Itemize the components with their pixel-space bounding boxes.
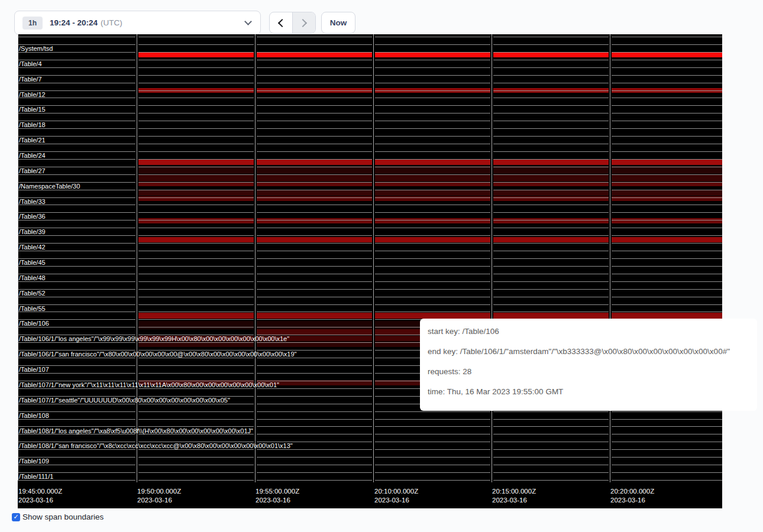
span-boundary-line — [18, 304, 722, 305]
span-boundary-line — [18, 190, 722, 190]
span-boundary-line — [18, 121, 722, 121]
row-label: /Table/108/1/"san francisco"/"\x8c\xcc\x… — [19, 442, 293, 450]
row-label: /Table/27 — [19, 167, 46, 175]
row-label: /Table/48 — [19, 274, 46, 282]
column-boundary-line — [490, 34, 493, 482]
x-axis-tick: 19:45:00.000Z2023-03-16 — [18, 487, 62, 505]
heat-band[interactable] — [137, 237, 722, 242]
span-boundary-line — [18, 60, 722, 60]
span-boundary-line — [18, 235, 722, 236]
span-boundary-line — [18, 220, 722, 220]
span-boundary-line — [18, 136, 722, 137]
time-range-select[interactable]: 1h 19:24 - 20:24 (UTC) — [14, 11, 261, 35]
heat-band[interactable] — [137, 190, 722, 196]
heat-band[interactable] — [137, 174, 722, 181]
axis-time: 20:10:00.000Z — [374, 487, 418, 496]
tooltip-line: requests: 28 — [428, 362, 757, 382]
span-boundaries-checkbox[interactable]: ✓ — [12, 513, 20, 521]
span-boundary-line — [18, 44, 722, 45]
span-boundary-line — [18, 411, 722, 412]
axis-date: 2023-03-16 — [492, 496, 536, 505]
span-boundary-line — [18, 90, 722, 91]
span-boundary-line — [18, 419, 722, 420]
axis-date: 2023-03-16 — [137, 496, 181, 505]
x-axis-tick: 20:20:00.000Z2023-03-16 — [610, 487, 654, 505]
row-label: /Table/55 — [19, 305, 46, 313]
row-label: /Table/108 — [19, 412, 49, 420]
span-boundary-line — [18, 159, 722, 160]
prev-time-button[interactable] — [270, 12, 292, 33]
row-label: /Table/18 — [19, 121, 46, 129]
column-boundary-line — [254, 34, 257, 482]
span-boundary-line — [18, 37, 722, 37]
column-boundary-line — [135, 34, 138, 482]
x-axis-tick: 20:10:00.000Z2023-03-16 — [374, 487, 418, 505]
span-boundary-line — [18, 205, 722, 205]
chevron-left-icon — [278, 18, 286, 27]
row-label: /Table/33 — [19, 198, 46, 206]
column-boundary-line — [609, 34, 612, 482]
span-boundary-line — [18, 281, 722, 282]
row-label: /Table/12 — [19, 91, 46, 99]
axis-time: 19:50:00.000Z — [137, 487, 181, 496]
checkbox-label: Show span boundaries — [22, 512, 104, 521]
column-boundary-line — [372, 34, 375, 482]
x-axis-tick: 19:50:00.000Z2023-03-16 — [137, 487, 181, 505]
span-boundary-line — [18, 297, 722, 297]
span-boundary-line — [18, 289, 722, 290]
span-boundary-line — [18, 182, 722, 183]
span-boundary-line — [18, 266, 722, 267]
row-label: /Table/45 — [19, 259, 46, 267]
x-axis: 19:45:00.000Z2023-03-1619:50:00.000Z2023… — [18, 487, 722, 507]
check-icon: ✓ — [13, 514, 18, 520]
span-boundary-line — [18, 312, 722, 312]
row-label: /Table/106/1/"los angeles"/"\x99\x99\x99… — [19, 335, 289, 343]
row-label: /Table/42 — [19, 244, 46, 251]
now-button[interactable]: Now — [321, 12, 355, 34]
tooltip-line: start key: /Table/106 — [428, 322, 757, 342]
row-label: /Table/36 — [19, 213, 46, 220]
time-nav-group — [269, 12, 316, 34]
tooltip-line: time: Thu, 16 Mar 2023 19:55:00 GMT — [428, 382, 757, 402]
span-boundary-line — [18, 144, 722, 144]
row-label: /System/tsd — [19, 45, 53, 53]
axis-date: 2023-03-16 — [610, 496, 654, 505]
span-boundary-line — [18, 480, 722, 481]
row-label: /Table/107/1/"seattle"/"UUUUUUD\x00\x80\… — [19, 397, 230, 404]
toolbar: 1h 19:24 - 20:24 (UTC) Now — [0, 0, 763, 34]
span-boundary-line — [18, 174, 722, 175]
span-boundary-line — [18, 98, 722, 98]
row-label: /Table/21 — [19, 137, 46, 144]
span-boundary-line — [18, 167, 722, 167]
span-boundary-line — [18, 75, 722, 76]
row-label: /Table/107/1/"new york"/"\x11\x11\x11\x1… — [19, 381, 279, 389]
next-time-button[interactable] — [292, 12, 315, 33]
row-label: /Table/106 — [19, 320, 49, 327]
span-boundary-line — [18, 128, 722, 129]
span-boundary-line — [18, 228, 722, 228]
chevron-down-icon — [244, 18, 252, 25]
axis-time: 19:55:00.000Z — [256, 487, 299, 496]
span-boundary-line — [18, 52, 722, 53]
row-label: /Table/24 — [19, 152, 46, 160]
axis-time: 20:20:00.000Z — [610, 487, 654, 496]
heat-band[interactable] — [137, 52, 722, 57]
heat-band[interactable] — [137, 160, 722, 165]
span-boundary-line — [18, 83, 722, 83]
span-boundary-line — [18, 243, 722, 244]
span-boundary-line — [18, 113, 722, 113]
span-boundary-line — [18, 472, 722, 473]
x-axis-tick: 20:15:00.000Z2023-03-16 — [492, 487, 536, 505]
row-label: /Table/111/1 — [19, 473, 53, 481]
heat-band[interactable] — [137, 313, 722, 319]
row-label: /Table/106/1/"san francisco"/"\x80\x00\x… — [19, 351, 297, 358]
row-label: /Table/109 — [19, 458, 49, 465]
span-boundary-line — [18, 457, 722, 458]
span-boundary-line — [18, 105, 722, 106]
axis-time: 19:45:00.000Z — [18, 487, 62, 496]
span-boundary-line — [18, 465, 722, 465]
axis-date: 2023-03-16 — [374, 496, 418, 505]
tooltip: start key: /Table/106end key: /Table/106… — [420, 319, 757, 411]
heatmap[interactable]: /System/tsd/Table/4/Table/7/Table/12/Tab… — [18, 34, 722, 508]
row-label: /Table/7 — [19, 76, 42, 83]
